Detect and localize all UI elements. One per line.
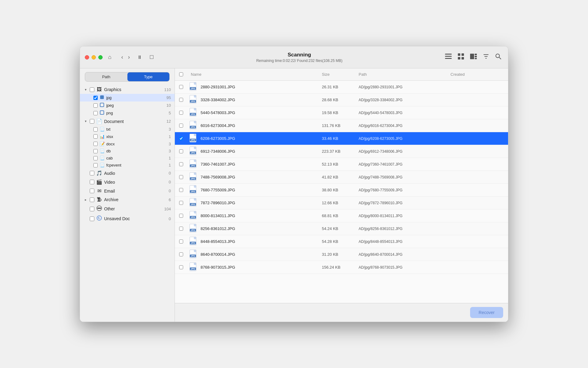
pause-button[interactable]: ⏸ (135, 54, 144, 61)
category-document[interactable]: ▾ 📄 Document 12 (80, 117, 175, 126)
preview-button[interactable] (468, 52, 479, 62)
row-checkbox[interactable] (179, 175, 183, 179)
row-checkbox[interactable] (179, 265, 183, 269)
subcategory-fcpevent[interactable]: 📃 fcpevent 1 (80, 162, 175, 169)
fcpevent-checkbox[interactable] (93, 163, 98, 167)
row-created-cell (447, 125, 508, 127)
row-checkbox[interactable] (179, 227, 183, 231)
jpg-badge: JPG (190, 151, 196, 154)
back-button[interactable]: ‹ (119, 53, 125, 61)
table-row[interactable]: JPG 8768-9073015.JPG 156.24 KB AD/jpg/87… (175, 261, 508, 274)
xlsx-checkbox[interactable] (93, 134, 98, 139)
txt-checkbox[interactable] (93, 127, 98, 132)
table-row[interactable]: JPG 8448-8554013.JPG 54.28 KB AD/jpg/844… (175, 235, 508, 248)
cab-checkbox[interactable] (93, 156, 98, 160)
docx-checkbox[interactable] (93, 142, 98, 146)
document-checkbox[interactable] (90, 119, 94, 124)
category-audio[interactable]: ▸ 🎵 Audio 0 (80, 169, 175, 178)
category-video[interactable]: ▸ 🎬 Video 0 (80, 178, 175, 186)
archive-checkbox[interactable] (90, 197, 94, 202)
other-checkbox[interactable] (90, 207, 94, 211)
home-button[interactable]: ⌂ (106, 53, 113, 61)
subcategory-jpg[interactable]: jpg 95 (80, 94, 175, 102)
file-name: 7872-7896010.JPG (201, 201, 235, 205)
row-checkbox[interactable] (179, 162, 183, 166)
png-checkbox[interactable] (93, 111, 98, 115)
table-row[interactable]: JPG 2880-2931001.JPG 26.31 KB AD/jpg/288… (175, 81, 508, 94)
jpg-checkbox[interactable] (93, 96, 98, 100)
file-name: 7360-7461007.JPG (201, 162, 235, 167)
row-checkbox[interactable] (179, 136, 183, 140)
subcategory-png[interactable]: png 5 (80, 109, 175, 117)
row-checkbox[interactable] (179, 201, 183, 205)
category-other[interactable]: ▸ Other 104 (80, 204, 175, 214)
select-all-checkbox[interactable] (179, 72, 183, 76)
minimize-button[interactable] (92, 55, 96, 59)
table-row[interactable]: JPG 6016-6273004.JPG 131.76 KB AD/jpg/60… (175, 119, 508, 132)
table-row[interactable]: JPG 7680-7755009.JPG 38.80 KB AD/jpg/768… (175, 184, 508, 197)
category-email[interactable]: ▸ ✉ Email 0 (80, 186, 175, 195)
row-checkbox[interactable] (179, 149, 183, 153)
table-row[interactable]: JPG 7360-7461007.JPG 52.13 KB AD/jpg/736… (175, 158, 508, 171)
file-type-icon: JPG (190, 224, 198, 234)
path-toggle-button[interactable]: Path (85, 72, 127, 81)
row-checkbox[interactable] (179, 111, 183, 115)
close-button[interactable] (85, 55, 89, 59)
stop-button[interactable]: ☐ (148, 54, 156, 61)
subcategory-jpeg[interactable]: jpeg 10 (80, 102, 175, 109)
subcategory-cab[interactable]: 📃 cab 1 (80, 155, 175, 162)
table-row[interactable]: JPG 8256-8361012.JPG 54.24 KB AD/jpg/825… (175, 222, 508, 235)
category-archive[interactable]: ▸ 🗜 Archive 6 (80, 195, 175, 204)
row-checkbox[interactable] (179, 85, 183, 89)
audio-checkbox[interactable] (90, 171, 94, 175)
subcategory-txt[interactable]: 📃 txt 3 (80, 126, 175, 133)
category-graphics[interactable]: ▾ 🖼 Graphics 110 (80, 85, 175, 94)
subcategory-db[interactable]: 📃 db 3 (80, 148, 175, 155)
file-type-icon: JPG (190, 95, 198, 105)
table-row[interactable]: JPG 7488-7569008.JPG 41.82 KB AD/jpg/748… (175, 171, 508, 184)
txt-icon: 📃 (100, 127, 104, 132)
other-count: 104 (164, 207, 171, 211)
row-checkbox-cell (175, 162, 187, 166)
table-row[interactable]: JPG 6208-6273005.JPG 33.46 KB AD/jpg/620… (175, 132, 508, 145)
row-size-cell: 54.24 KB (318, 225, 355, 232)
table-row[interactable]: JPG 6912-7348006.JPG 223.37 KB AD/jpg/69… (175, 145, 508, 158)
filter-button[interactable] (481, 52, 491, 62)
subcategory-docx[interactable]: 📝 docx 3 (80, 140, 175, 148)
cab-label: cab (106, 156, 162, 160)
file-type-icon: JPG (190, 211, 198, 221)
table-row[interactable]: JPG 8640-8700014.JPG 31.20 KB AD/jpg/864… (175, 248, 508, 261)
forward-button[interactable]: › (126, 53, 132, 61)
graphics-checkbox[interactable] (90, 87, 94, 92)
subcategory-xlsx[interactable]: 📊 xlsx 1 (80, 133, 175, 140)
recover-button[interactable]: Recover (470, 307, 503, 318)
app-window: ⌂ ‹ › ⏸ ☐ Scanning Remaining time:0:02:2… (80, 46, 508, 322)
row-checkbox[interactable] (179, 98, 183, 102)
email-checkbox[interactable] (90, 189, 94, 193)
row-checkbox[interactable] (179, 252, 183, 256)
row-checkbox[interactable] (179, 124, 183, 128)
file-name: 6208-6273005.JPG (201, 136, 235, 141)
jpg-badge: JPG (190, 87, 196, 90)
type-toggle-button[interactable]: Type (127, 72, 170, 81)
db-checkbox[interactable] (93, 149, 98, 153)
file-name: 8448-8554013.JPG (201, 239, 235, 244)
row-checkbox[interactable] (179, 214, 183, 218)
row-checkbox[interactable] (179, 240, 183, 243)
grid-view-button[interactable] (456, 52, 466, 62)
row-checkbox[interactable] (179, 188, 183, 192)
svg-rect-7 (470, 54, 474, 59)
list-view-button[interactable] (443, 52, 454, 62)
table-row[interactable]: JPG 5440-5478003.JPG 19.58 KB AD/jpg/544… (175, 106, 508, 119)
table-row[interactable]: JPG 7872-7896010.JPG 12.66 KB AD/jpg/787… (175, 197, 508, 209)
table-row[interactable]: JPG 8000-8134011.JPG 68.81 KB AD/jpg/800… (175, 209, 508, 222)
table-row[interactable]: JPG 3328-3384002.JPG 28.68 KB AD/jpg/332… (175, 94, 508, 106)
unsaved-checkbox[interactable] (90, 217, 94, 221)
video-checkbox[interactable] (90, 180, 94, 184)
row-name-cell: JPG 2880-2931001.JPG (187, 81, 318, 93)
maximize-button[interactable] (98, 55, 103, 59)
jpeg-checkbox[interactable] (93, 103, 98, 108)
search-button[interactable] (493, 52, 503, 62)
category-unsaved[interactable]: ▸ Unsaved Doc 0 (80, 214, 175, 224)
document-icon: 📄 (96, 118, 102, 124)
